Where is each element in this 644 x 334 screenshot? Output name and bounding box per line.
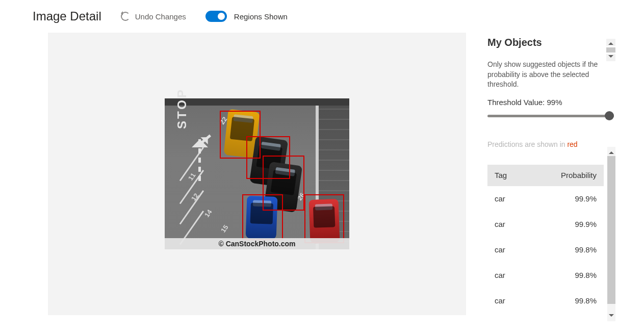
threshold-label-prefix: Threshold Value: xyxy=(487,98,547,107)
predictions-hint-red: red xyxy=(567,140,577,148)
cell-tag: car xyxy=(495,220,575,228)
scroll-up-button[interactable] xyxy=(607,147,615,156)
header-bar: Image Detail Undo Changes Regions Shown xyxy=(0,0,644,33)
regions-shown-label: Regions Shown xyxy=(234,12,288,21)
sidebar-description: Only show suggested objects if the proba… xyxy=(487,60,618,90)
sidebar-title: My Objects xyxy=(487,37,618,48)
cell-tag: car xyxy=(495,194,575,203)
sidebar-panel: My Objects Only show suggested objects i… xyxy=(487,33,618,333)
scroll-thumb[interactable] xyxy=(607,156,615,304)
table-row[interactable]: car 99.8% xyxy=(487,263,604,288)
threshold-label: Threshold Value: 99% xyxy=(487,98,618,107)
table-scrollbar[interactable] xyxy=(607,147,615,321)
scroll-down-button[interactable] xyxy=(606,54,615,61)
table-row[interactable]: car 99.8% xyxy=(487,237,604,263)
cell-prob: 99.9% xyxy=(575,220,597,228)
cell-tag: car xyxy=(495,245,575,254)
table-row[interactable]: car 99.9% xyxy=(487,212,604,237)
cell-prob: 99.8% xyxy=(575,296,597,305)
annotated-image[interactable]: 22 11 12 14 15 26 STOP © CanStockPhoto.c… xyxy=(165,98,349,249)
predictions-hint: Predictions are shown in red xyxy=(487,140,618,150)
cell-prob: 99.9% xyxy=(575,194,597,203)
parking-topbar xyxy=(165,98,349,106)
sidebar-mini-scrollbar[interactable] xyxy=(606,39,615,61)
col-probability: Probability xyxy=(561,171,597,179)
cell-tag: car xyxy=(495,271,575,279)
image-canvas-area[interactable]: 22 11 12 14 15 26 STOP © CanStockPhoto.c… xyxy=(48,33,466,315)
undo-icon xyxy=(121,12,130,21)
page-title: Image Detail xyxy=(33,9,101,23)
threshold-slider[interactable] xyxy=(487,112,614,120)
table-row[interactable]: car 99.8% xyxy=(487,288,604,314)
undo-label: Undo Changes xyxy=(135,12,186,21)
slider-track xyxy=(487,115,614,117)
scroll-up-button[interactable] xyxy=(606,39,615,46)
regions-shown-toggle[interactable] xyxy=(205,11,227,22)
cell-prob: 99.8% xyxy=(575,245,597,254)
predictions-hint-text: Predictions are shown in xyxy=(487,140,567,148)
image-watermark: © CanStockPhoto.com xyxy=(165,238,349,249)
stop-marking: STOP xyxy=(175,88,189,129)
scroll-thumb[interactable] xyxy=(606,47,615,53)
predictions-table: Tag Probability car 99.9% car 99.9% car … xyxy=(487,165,604,314)
cell-prob: 99.8% xyxy=(575,271,597,279)
slider-thumb[interactable] xyxy=(605,111,614,120)
cell-tag: car xyxy=(495,296,575,305)
table-header: Tag Probability xyxy=(487,165,604,186)
regions-shown-group: Regions Shown xyxy=(205,11,288,22)
threshold-value: 99% xyxy=(547,98,562,107)
col-tag: Tag xyxy=(495,171,561,179)
detection-box[interactable] xyxy=(242,194,283,240)
undo-changes-button[interactable]: Undo Changes xyxy=(121,12,186,21)
table-row[interactable]: car 99.9% xyxy=(487,186,604,212)
detection-box[interactable] xyxy=(304,194,344,243)
scroll-down-button[interactable] xyxy=(607,312,615,321)
